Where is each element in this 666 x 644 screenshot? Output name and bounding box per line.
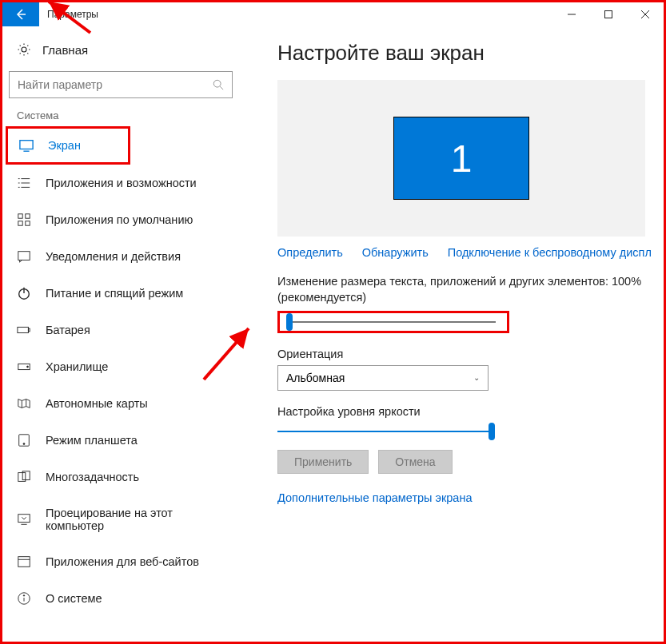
- nav-default-apps[interactable]: Приложения по умолчанию: [2, 201, 242, 238]
- monitor-1[interactable]: 1: [393, 117, 529, 200]
- svg-rect-21: [18, 327, 29, 332]
- storage-icon: [17, 360, 31, 374]
- chevron-down-icon: ⌄: [473, 373, 480, 382]
- nav-apps[interactable]: Приложения и возможности: [2, 165, 242, 201]
- nav-label: Многозадачность: [46, 471, 139, 483]
- svg-point-24: [27, 366, 29, 368]
- nav-label: Проецирование на этот компьютер: [46, 507, 228, 532]
- nav-notifications[interactable]: Уведомления и действия: [2, 238, 242, 275]
- nav-tablet[interactable]: Режим планшета: [2, 422, 242, 459]
- svg-rect-14: [18, 214, 22, 218]
- search-box[interactable]: [9, 71, 233, 98]
- nav-battery[interactable]: Батарея: [2, 312, 242, 348]
- nav-label: Батарея: [46, 324, 90, 336]
- brightness-label: Настройка уровня яркости: [277, 405, 664, 418]
- nav-label: Экран: [48, 139, 81, 152]
- grid-icon: [17, 213, 31, 227]
- home-nav[interactable]: Главная: [2, 36, 242, 63]
- battery-icon: [17, 323, 31, 337]
- page-heading: Настройте ваш экран: [277, 41, 664, 66]
- search-icon: [213, 79, 224, 90]
- svg-rect-22: [28, 328, 30, 332]
- nav-group-label: Система: [2, 109, 242, 126]
- map-icon: [17, 396, 31, 411]
- scale-label: Изменение размера текста, приложений и д…: [277, 273, 653, 306]
- maximize-button[interactable]: [590, 2, 627, 26]
- nav-maps[interactable]: Автономные карты: [2, 385, 242, 422]
- svg-rect-17: [26, 221, 30, 225]
- power-icon: [17, 286, 31, 300]
- svg-rect-18: [18, 252, 30, 260]
- search-input[interactable]: [18, 78, 193, 91]
- nav-display[interactable]: Экран: [8, 129, 128, 162]
- svg-rect-32: [18, 557, 30, 567]
- svg-point-4: [213, 80, 221, 87]
- identify-link[interactable]: Обнаружить: [362, 246, 429, 259]
- cancel-button[interactable]: Отмена: [378, 450, 452, 474]
- scale-slider[interactable]: [286, 321, 496, 323]
- highlight-screen-nav: Экран: [6, 126, 130, 165]
- nav-label: Приложения и возможности: [46, 177, 197, 189]
- nav-about[interactable]: О системе: [2, 580, 242, 617]
- back-button[interactable]: [2, 2, 39, 26]
- nav-label: Приложения по умолчанию: [46, 213, 193, 226]
- orientation-select[interactable]: Альбомная ⌄: [277, 365, 489, 391]
- svg-line-5: [220, 86, 223, 89]
- multitask-icon: [17, 470, 31, 484]
- nav-label: Уведомления и действия: [46, 250, 181, 263]
- brightness-slider[interactable]: [277, 431, 495, 432]
- brightness-slider-thumb[interactable]: [489, 423, 495, 440]
- monitor-preview-area: 1: [277, 80, 645, 237]
- wireless-link[interactable]: Подключение к беспроводному диспл: [448, 246, 652, 259]
- notification-icon: [17, 249, 31, 264]
- titlebar: Параметры: [2, 2, 664, 26]
- svg-point-28: [23, 443, 25, 445]
- webapp-icon: [17, 555, 31, 569]
- display-icon: [19, 138, 34, 153]
- svg-rect-6: [20, 141, 33, 149]
- svg-rect-15: [26, 214, 30, 218]
- orientation-label: Ориентация: [277, 348, 664, 360]
- nav-label: Приложения для веб-сайтов: [46, 555, 199, 568]
- nav-label: Режим планшета: [46, 434, 138, 447]
- nav-power[interactable]: Питание и спящий режим: [2, 275, 242, 312]
- advanced-link[interactable]: Дополнительные параметры экрана: [277, 491, 473, 504]
- nav-label: Питание и спящий режим: [46, 287, 183, 300]
- scale-slider-highlight: [277, 311, 509, 333]
- tablet-icon: [17, 433, 31, 447]
- info-icon: [17, 591, 31, 606]
- svg-rect-31: [18, 515, 30, 523]
- sidebar: Главная Система Экран Приложения и возмо…: [2, 26, 242, 642]
- nav-label: Хранилище: [46, 360, 108, 373]
- monitor-number: 1: [451, 137, 473, 181]
- minimize-button[interactable]: [553, 2, 590, 26]
- orientation-value: Альбомная: [286, 372, 345, 384]
- nav-web-apps[interactable]: Приложения для веб-сайтов: [2, 543, 242, 580]
- gear-icon: [17, 42, 31, 57]
- detect-link[interactable]: Определить: [277, 246, 343, 259]
- nav-label: О системе: [46, 592, 102, 605]
- svg-point-36: [23, 595, 24, 596]
- home-label: Главная: [42, 43, 88, 57]
- nav-projecting[interactable]: Проецирование на этот компьютер: [2, 495, 242, 543]
- apply-button[interactable]: Применить: [277, 450, 369, 474]
- close-button[interactable]: [627, 2, 664, 26]
- list-icon: [17, 176, 31, 190]
- svg-rect-1: [605, 11, 612, 18]
- nav-storage[interactable]: Хранилище: [2, 348, 242, 385]
- window-title: Параметры: [39, 2, 106, 26]
- svg-rect-16: [18, 221, 22, 225]
- nav-label: Автономные карты: [46, 397, 148, 410]
- project-icon: [17, 512, 31, 527]
- nav-multitask[interactable]: Многозадачность: [2, 459, 242, 495]
- scale-slider-thumb[interactable]: [286, 313, 293, 331]
- main-content: Настройте ваш экран 1 Определить Обнаруж…: [242, 26, 664, 642]
